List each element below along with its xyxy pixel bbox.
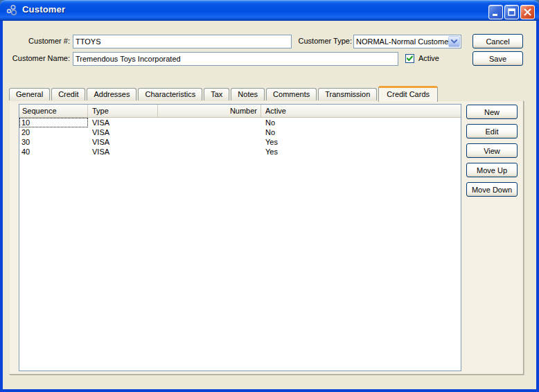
cell-type: VISA <box>88 137 158 147</box>
customer-type-label: Customer Type: <box>292 37 352 45</box>
cancel-button[interactable]: Cancel <box>472 34 523 48</box>
move-up-button[interactable]: Move Up <box>466 163 518 177</box>
table-header[interactable]: SequenceTypeNumberActive <box>19 105 461 118</box>
table-row[interactable]: 10VISANo <box>19 118 461 127</box>
view-button[interactable]: View <box>466 143 518 158</box>
cell-active: No <box>261 127 461 137</box>
tab-notes[interactable]: Notes <box>231 88 265 101</box>
column-header-type[interactable]: Type <box>88 105 158 117</box>
column-header-sequence[interactable]: Sequence <box>19 105 88 117</box>
tab-bar: GeneralCreditAddressesCharacteristicsTax… <box>9 85 522 101</box>
action-buttons: NewEditViewMove UpMove Down <box>466 105 518 197</box>
credit-cards-table[interactable]: SequenceTypeNumberActive 10VISANo20VISAN… <box>19 104 461 371</box>
maximize-button[interactable] <box>504 5 519 19</box>
cell-number <box>158 118 261 127</box>
credit-cards-panel: SequenceTypeNumberActive 10VISANo20VISAN… <box>9 100 524 375</box>
edit-button[interactable]: Edit <box>466 124 518 139</box>
customer-type-value: NORMAL-Normal Customers <box>356 37 454 46</box>
tab-characteristics[interactable]: Characteristics <box>138 88 202 101</box>
table-row[interactable]: 40VISAYes <box>19 147 461 157</box>
cell-type: VISA <box>88 127 158 137</box>
cell-active: No <box>261 118 461 127</box>
table-row[interactable]: 30VISAYes <box>19 137 461 147</box>
tab-credit[interactable]: Credit <box>51 88 85 101</box>
window-title: Customer <box>22 4 65 15</box>
tab-credit-cards[interactable]: Credit Cards <box>378 86 438 102</box>
app-icon <box>6 4 18 17</box>
dropdown-button[interactable] <box>448 36 460 47</box>
table-row[interactable]: 20VISANo <box>19 127 461 137</box>
tab-comments[interactable]: Comments <box>266 88 317 101</box>
cell-number <box>158 127 261 137</box>
chevron-down-icon <box>451 39 457 44</box>
move-down-button[interactable]: Move Down <box>466 182 518 197</box>
tab-general[interactable]: General <box>9 88 50 101</box>
titlebar[interactable]: Customer <box>0 0 539 21</box>
customer-type-select[interactable]: NORMAL-Normal Customers <box>353 35 461 48</box>
cell-number <box>158 147 261 157</box>
column-header-active[interactable]: Active <box>261 105 461 117</box>
cell-type: VISA <box>88 118 158 127</box>
cell-sequence: 20 <box>19 127 88 137</box>
cell-sequence: 40 <box>19 147 88 157</box>
window-controls <box>488 5 535 19</box>
cell-number <box>158 137 261 147</box>
table-body: 10VISANo20VISANo30VISAYes40VISAYes <box>19 118 461 157</box>
active-label: Active <box>418 54 453 62</box>
customer-number-input[interactable] <box>73 35 292 48</box>
check-icon <box>406 55 414 62</box>
cell-active: Yes <box>261 147 461 157</box>
minimize-button[interactable] <box>488 5 503 19</box>
active-checkbox[interactable] <box>405 54 414 63</box>
customer-name-label: Customer Name: <box>3 54 70 62</box>
cell-active: Yes <box>261 137 461 147</box>
tab-tax[interactable]: Tax <box>204 88 229 101</box>
save-button[interactable]: Save <box>472 51 523 66</box>
tab-transmission[interactable]: Transmission <box>318 88 377 101</box>
maximize-icon <box>507 8 516 17</box>
customer-name-input[interactable] <box>73 52 398 66</box>
cell-sequence: 10 <box>19 118 88 127</box>
cell-sequence: 30 <box>19 137 88 147</box>
tab-addresses[interactable]: Addresses <box>87 88 136 101</box>
cell-type: VISA <box>88 147 158 157</box>
minimize-icon <box>491 8 500 17</box>
customer-number-label: Customer #: <box>3 37 70 45</box>
close-icon <box>523 8 532 17</box>
close-button[interactable] <box>520 5 535 19</box>
content-area: Customer #: Customer Type: NORMAL-Normal… <box>3 21 536 389</box>
column-header-number[interactable]: Number <box>158 105 261 117</box>
new-button[interactable]: New <box>466 105 518 119</box>
customer-window: Customer Customer #: Customer Type: NORM… <box>0 0 539 392</box>
